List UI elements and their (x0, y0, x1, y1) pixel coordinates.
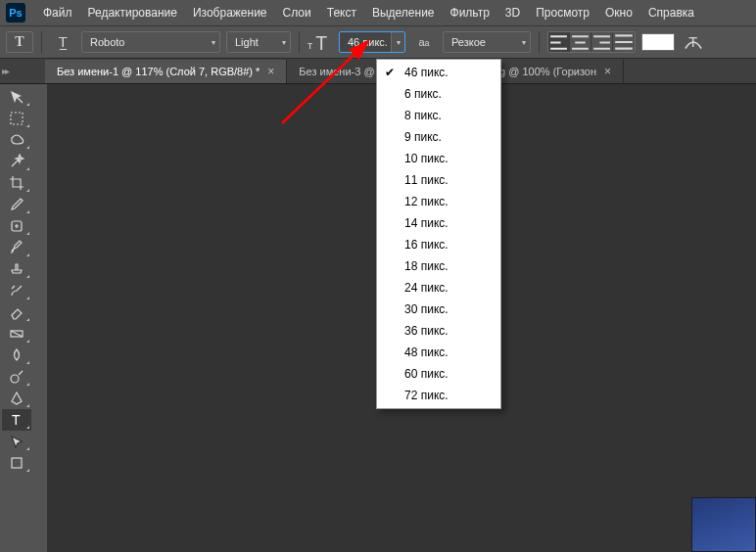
tools-panel: T (0, 84, 33, 474)
type-tool[interactable]: T (2, 409, 31, 431)
dodge-tool[interactable] (2, 366, 31, 388)
menu-просмотр[interactable]: Просмотр (528, 2, 597, 23)
font-size-option[interactable]: 24 пикс. (377, 277, 500, 299)
svg-point-6 (11, 375, 19, 383)
close-icon[interactable]: × (604, 65, 611, 78)
font-size-option[interactable]: 9 пикс. (377, 126, 500, 148)
text-color-swatch[interactable] (641, 33, 675, 51)
path-selection-tool[interactable] (2, 431, 31, 452)
font-weight-dropdown[interactable]: Light ▾ (226, 31, 291, 53)
separator (41, 31, 42, 53)
menu-фильтр[interactable]: Фильтр (443, 2, 497, 23)
font-size-option[interactable]: 16 пикс. (377, 234, 500, 255)
svg-rect-3 (11, 113, 23, 124)
font-size-dropdown[interactable]: 46 пикс. ▾ (339, 31, 405, 53)
history-brush-tool[interactable] (2, 280, 31, 301)
font-size-option[interactable]: 30 пикс. (377, 299, 500, 320)
font-size-option[interactable]: 6 пикс. (377, 83, 500, 105)
font-size-option[interactable]: 8 пикс. (377, 105, 500, 126)
warp-text-icon[interactable]: T (681, 29, 706, 55)
document-tab[interactable]: Без имени-3 @× (287, 60, 379, 83)
font-size-option[interactable]: 12 пикс. (377, 191, 500, 212)
separator (299, 31, 300, 53)
svg-text:т: т (307, 39, 313, 51)
menu-окно[interactable]: Окно (597, 2, 640, 23)
menu-3d[interactable]: 3D (497, 2, 528, 23)
separator (539, 31, 540, 53)
chevron-down-icon: ▾ (522, 38, 526, 47)
gradient-tool[interactable] (2, 323, 31, 345)
font-size-value: 46 пикс. (348, 36, 388, 48)
align-justify-button[interactable] (613, 32, 635, 52)
font-size-option[interactable]: 18 пикс. (377, 255, 500, 277)
menu-слои[interactable]: Слои (275, 2, 319, 23)
lasso-tool[interactable] (2, 129, 31, 151)
font-weight-value: Light (235, 36, 259, 48)
pen-tool[interactable] (2, 388, 31, 409)
font-size-option[interactable]: 60 пикс. (377, 363, 500, 385)
antialias-dropdown[interactable]: Резкое ▾ (443, 31, 531, 53)
antialias-value: Резкое (451, 36, 486, 48)
blur-tool[interactable] (2, 345, 31, 366)
chevron-down-icon: ▾ (212, 38, 215, 47)
panel-grip[interactable]: ▸▸ (0, 59, 10, 84)
chevron-down-icon: ▾ (282, 38, 286, 47)
font-size-menu[interactable]: 46 пикс.6 пикс.8 пикс.9 пикс.10 пикс.11 … (376, 59, 501, 409)
eyedropper-tool[interactable] (2, 194, 31, 215)
chevron-down-icon[interactable]: ▾ (391, 32, 404, 52)
options-bar: T T̲ Roboto ▾ Light ▾ тT 46 пикс. ▾ aa Р… (0, 25, 756, 59)
svg-text:T: T (688, 34, 697, 50)
menu-выделение[interactable]: Выделение (364, 2, 443, 23)
brush-tool[interactable] (2, 237, 31, 258)
align-left-button[interactable] (548, 32, 570, 52)
menu-справка[interactable]: Справка (640, 2, 702, 23)
align-right-button[interactable] (591, 32, 613, 52)
tool-preset-icon[interactable]: T (6, 31, 33, 53)
menu-bar: Ps ФайлРедактированиеИзображениеСлоиТекс… (0, 0, 756, 25)
font-size-option[interactable]: 48 пикс. (377, 342, 500, 363)
menu-файл[interactable]: Файл (35, 2, 80, 23)
font-size-option[interactable]: 72 пикс. (377, 385, 500, 406)
svg-text:T: T (12, 412, 21, 428)
healing-brush-tool[interactable] (2, 215, 31, 237)
font-family-dropdown[interactable]: Roboto ▾ (81, 31, 220, 53)
document-tab-title: Без имени-1 @ 117% (Слой 7, RGB/8#) * (57, 66, 260, 77)
eraser-tool[interactable] (2, 301, 31, 323)
app-logo: Ps (6, 3, 25, 23)
move-tool[interactable] (2, 86, 31, 108)
svg-text:T: T (315, 32, 327, 54)
svg-rect-8 (12, 458, 22, 468)
crop-tool[interactable] (2, 172, 31, 194)
menu-редактирование[interactable]: Редактирование (80, 2, 185, 23)
antialias-icon: aa (411, 29, 437, 55)
clone-stamp-tool[interactable] (2, 258, 31, 280)
document-tab-title: Без имени-3 @ (299, 66, 374, 77)
font-size-option[interactable]: 36 пикс. (377, 320, 500, 342)
font-size-option[interactable]: 11 пикс. (377, 169, 500, 191)
menu-изображение[interactable]: Изображение (185, 2, 275, 23)
font-size-option[interactable]: 46 пикс. (377, 62, 500, 83)
font-size-icon: тT (307, 29, 333, 55)
text-align-group (547, 31, 636, 53)
marquee-tool[interactable] (2, 108, 31, 129)
align-center-button[interactable] (570, 32, 591, 52)
font-size-option[interactable]: 14 пикс. (377, 212, 500, 234)
document-tab[interactable]: Без имени-1 @ 117% (Слой 7, RGB/8#) *× (45, 60, 287, 83)
magic-wand-tool[interactable] (2, 151, 31, 172)
navigator-thumbnail[interactable] (691, 497, 756, 552)
menu-текст[interactable]: Текст (319, 2, 364, 23)
close-icon[interactable]: × (267, 65, 274, 78)
font-family-value: Roboto (90, 36, 124, 48)
rectangle-tool[interactable] (2, 452, 31, 474)
text-orientation-icon[interactable]: T̲ (50, 29, 75, 55)
font-size-option[interactable]: 10 пикс. (377, 148, 500, 169)
